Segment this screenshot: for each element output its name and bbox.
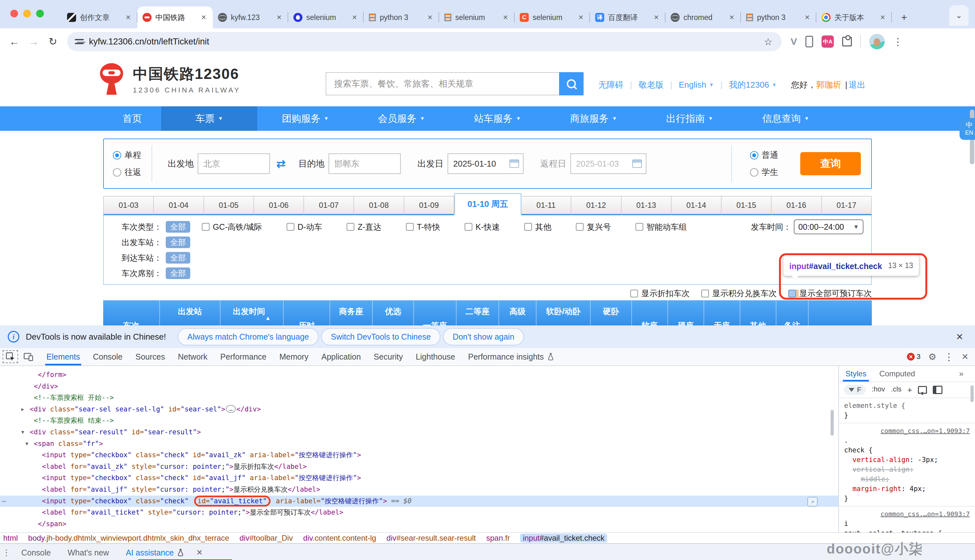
header-link[interactable]: 我的12306▼ [723,79,783,90]
devtools-tab-application[interactable]: Application [315,348,367,365]
checkbox-icon[interactable] [630,290,638,297]
style-rule[interactable]: common_css.…on=1.9093:7.check {vertical-… [839,423,975,507]
logout-link[interactable]: 退出 [849,80,865,90]
infobar-button[interactable]: Don't show again [443,328,524,345]
site-settings-icon[interactable] [75,37,84,46]
css-property-overridden[interactable]: vertical-align: [844,465,970,474]
translate-extension-icon[interactable]: 中A [821,35,834,48]
profile-avatar[interactable] [869,34,885,49]
date-tab[interactable]: 01-11 [521,196,571,215]
site-search-button[interactable] [559,72,584,95]
forward-button[interactable]: → [26,36,41,48]
browser-tab[interactable]: chromed✕ [666,7,741,28]
code-line[interactable]: <label for="avail_ticket" style="cursor:… [0,507,838,518]
filter-all-badge[interactable]: 全部 [166,252,190,263]
infobar-button[interactable]: Always match Chrome's language [178,328,319,345]
back-button[interactable]: ← [7,36,22,48]
css-property[interactable]: vertical-align: -3px; [844,455,970,465]
display-option-1[interactable]: 显示积分兑换车次 [701,288,777,299]
nav-item-7[interactable]: 信息查询▼ [738,106,834,131]
table-column-header[interactable]: 备注 [776,300,809,325]
to-station-input[interactable]: 邯郸东 [329,153,401,174]
drawer-tab-close-icon[interactable]: ✕ [192,548,207,557]
nav-item-2[interactable]: 团购服务▼ [257,106,353,131]
table-column-header[interactable]: 二等座 [457,300,499,325]
header-link[interactable]: 敬老版 [632,79,670,90]
date-tab[interactable]: 01-12 [571,196,621,215]
browser-tab[interactable]: python 3✕ [364,7,439,28]
styles-pane-tab-computed[interactable]: Computed [873,366,922,382]
checkbox-icon[interactable] [524,223,532,231]
tab-close-icon[interactable]: ✕ [577,13,585,21]
tab-close-icon[interactable]: ✕ [652,13,660,21]
code-line[interactable]: </form> [0,369,838,381]
checkbox-icon[interactable] [287,223,294,231]
styles-toggle[interactable]: :hov [871,385,885,395]
styles-filter[interactable]: F [844,385,866,395]
browser-tab[interactable]: kyfw.123✕ [213,7,288,28]
checkbox-icon[interactable] [576,223,584,231]
devtools-tab-sources[interactable]: Sources [129,348,172,365]
sidebar-panel-icon[interactable] [933,386,942,394]
tab-close-icon[interactable]: ✕ [878,13,887,21]
expanded-arrow-icon[interactable]: ▼ [25,438,34,450]
date-tab[interactable]: 01-14 [671,196,721,215]
table-column-header[interactable]: 出发站 [160,300,220,325]
styles-pane-tab-styles[interactable]: Styles [839,366,873,382]
breadcrumb-item[interactable]: div.content.content-lg [303,533,376,543]
date-tab[interactable]: 01-08 [354,196,404,215]
date-tab[interactable]: 01-13 [622,196,671,215]
browser-tab[interactable]: python 3✕ [741,7,816,28]
vue-devtools-icon[interactable]: V [791,36,797,47]
tab-search-chevron-icon[interactable]: ⌄ [949,5,968,26]
table-column-header[interactable]: 软卧/动卧 [536,300,591,325]
elements-scrollbar-thumb[interactable] [831,410,834,436]
reload-button[interactable]: ↻ [45,35,61,48]
date-tab[interactable]: 01-09 [404,196,454,215]
date-tab[interactable]: 01-06 [254,196,304,215]
code-line[interactable]: <input type="checkbox" class="check" id=… [0,495,838,507]
from-station-input[interactable]: 北京 [198,153,270,174]
stylesheet-link[interactable]: common_css.…on=1.9093:7 [844,509,970,519]
devtools-tab-performance[interactable]: Performance [214,348,273,365]
table-column-header[interactable]: 出发时间 ▲ [220,300,284,325]
nav-item-3[interactable]: 会员服务▼ [353,106,449,131]
more-tabs-icon[interactable]: » [959,369,975,378]
drawer-menu-icon[interactable]: ⋮ [0,548,13,558]
checkbox-icon[interactable] [406,223,414,231]
date-tab[interactable]: 01-17 [822,196,872,215]
nav-item-1[interactable]: 车票▼ [161,106,257,131]
radio-one-way[interactable]: 单程 [113,150,141,161]
nav-item-6[interactable]: 出行指南▼ [642,106,738,131]
table-column-header[interactable]: 硬卧 [591,300,632,325]
language-toggle-widget[interactable]: 中 EN [960,118,975,140]
radio-round-trip[interactable]: 往返 [113,167,141,178]
breadcrumb-item[interactable]: span.fr [486,533,510,543]
styles-toggle[interactable]: .cls [891,385,902,395]
settings-gear-icon[interactable]: ⚙ [928,352,936,362]
site-logo[interactable]: 中国铁路12306 12306 CHINA RAILWAY [98,63,240,96]
nav-item-5[interactable]: 商旅服务▼ [546,106,642,131]
code-line[interactable]: </span> [0,518,838,530]
nav-item-4[interactable]: 站车服务▼ [449,106,546,131]
drawer-tab-ai-assistance[interactable]: AI assistance [117,548,192,557]
checkbox-icon[interactable] [701,290,709,297]
css-property-overridden[interactable]: middle; [844,474,970,484]
devtools-tab-console[interactable]: Console [87,348,129,365]
code-line[interactable]: ▼<span class="fr"> [0,438,838,450]
window-close-button[interactable] [10,10,18,17]
tab-close-icon[interactable]: ✕ [124,13,132,21]
devtools-tab-network[interactable]: Network [172,348,214,365]
code-line[interactable]: <!--车票搜索框 开始--> [0,392,838,404]
tab-close-icon[interactable]: ✕ [728,13,736,21]
query-button[interactable]: 查询 [800,152,861,175]
breadcrumb-item[interactable]: div#sear-result.sear-result [387,533,476,543]
header-link[interactable]: English▼ [672,80,720,90]
date-tab[interactable]: 01-15 [721,196,771,215]
return-date-input[interactable]: 2025-01-03 [570,153,646,174]
window-maximize-button[interactable] [36,10,44,17]
bookmark-star-icon[interactable]: ☆ [759,36,778,47]
browser-tab[interactable]: 译百度翻译✕ [590,7,666,28]
devtools-tab-memory[interactable]: Memory [273,348,315,365]
breadcrumb-item[interactable]: div#toolbar_Div [240,533,293,543]
